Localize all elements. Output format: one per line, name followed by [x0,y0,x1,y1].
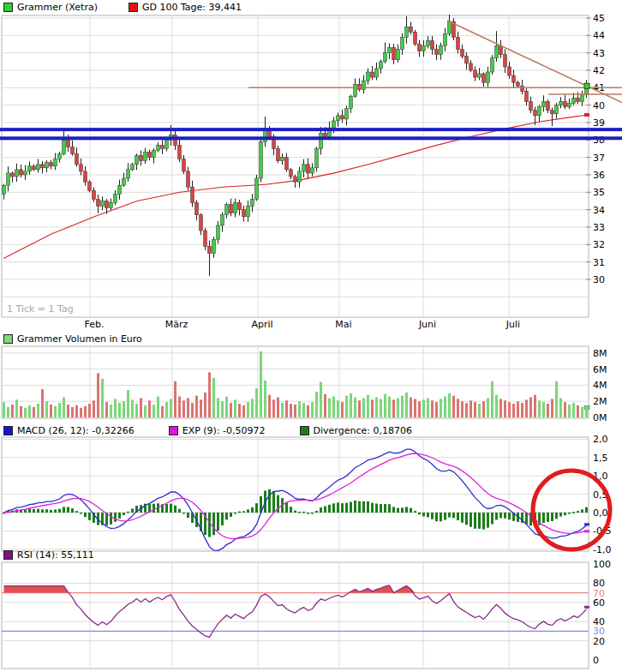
volume-legend-item: Grammer Volumen in Euro [3,333,142,345]
exp-label: EXP (9): -0,50972 [182,425,266,436]
macd-swatch-icon [3,426,13,435]
svg-text:30: 30 [593,274,605,285]
svg-text:35: 35 [593,187,605,198]
svg-text:-1,0: -1,0 [593,544,611,555]
macd-legend: MACD (26, 12): -0,32266 EXP (9): -0,5097… [3,425,412,436]
svg-text:April: April [251,319,272,330]
svg-text:45: 45 [593,13,605,24]
divergence-swatch-icon [300,426,309,435]
instrument-swatch-icon [3,3,13,12]
svg-text:34: 34 [593,205,605,216]
exp-legend-item: EXP (9): -0,50972 [169,425,266,436]
svg-text:20: 20 [593,636,605,647]
svg-text:44: 44 [593,30,605,41]
svg-text:März: März [165,319,188,330]
gd100-swatch-icon [129,3,138,12]
instrument-legend-item: Grammer (Xetra) [3,2,98,13]
svg-text:36: 36 [593,170,605,181]
svg-text:Juni: Juni [418,319,436,330]
macd-legend-item: MACD (26, 12): -0,32266 [3,425,135,436]
rsi-legend: RSI (14): 55,111 [3,549,94,561]
divergence-legend-item: Divergence: 0,18706 [300,425,412,436]
exp-swatch-icon [169,426,178,435]
svg-text:2,0: 2,0 [593,434,608,445]
svg-text:37: 37 [593,153,605,164]
svg-text:43: 43 [593,48,605,59]
tick-scale-note: 1 Tick = 1 Tag [7,303,74,315]
rsi-label: RSI (14): 55,111 [17,549,94,561]
svg-text:0: 0 [593,655,599,666]
rsi-panel: 1008070604030200 [2,559,611,666]
svg-text:Juli: Juli [505,319,520,330]
gd100-label: GD 100 Tage: 39,441 [142,2,242,13]
svg-text:33: 33 [593,222,605,233]
svg-text:0M: 0M [593,412,607,423]
svg-text:42: 42 [593,65,605,76]
volume-legend: Grammer Volumen in Euro [3,333,142,345]
gd100-legend-item: GD 100 Tage: 39,441 [129,2,242,13]
svg-text:0,0: 0,0 [593,507,608,519]
stock-chart-page: 45444342414039383736353433323130Feb.März… [0,0,622,672]
instrument-label: Grammer (Xetra) [17,2,98,13]
svg-text:39: 39 [593,117,605,129]
svg-text:4M: 4M [593,380,607,391]
macd-panel: 2,01,51,00,50,0-0,5-1,0 [2,434,611,555]
svg-text:31: 31 [593,257,605,268]
support-bands [0,128,622,140]
price-legend: Grammer (Xetra) GD 100 Tage: 39,441 [3,2,242,13]
rsi-legend-item: RSI (14): 55,111 [3,549,94,561]
svg-text:32: 32 [593,239,605,250]
trend-lines [248,21,622,103]
svg-text:1,5: 1,5 [593,453,608,464]
volume-label: Grammer Volumen in Euro [17,333,142,345]
svg-text:100: 100 [593,559,611,570]
svg-text:40: 40 [593,100,605,111]
macd-label: MACD (26, 12): -0,32266 [17,425,135,436]
svg-text:2M: 2M [593,396,607,407]
svg-text:60: 60 [593,597,605,609]
volume-swatch-icon [3,334,13,344]
svg-text:Mai: Mai [335,319,351,330]
svg-text:Feb.: Feb. [85,319,105,330]
svg-text:38: 38 [593,135,605,146]
svg-text:8M: 8M [593,348,607,359]
x-axis-labels: Feb.MärzAprilMaiJuniJuli [85,319,521,330]
divergence-label: Divergence: 0,18706 [314,425,412,436]
svg-text:6M: 6M [593,364,607,375]
rsi-swatch-icon [3,550,13,560]
